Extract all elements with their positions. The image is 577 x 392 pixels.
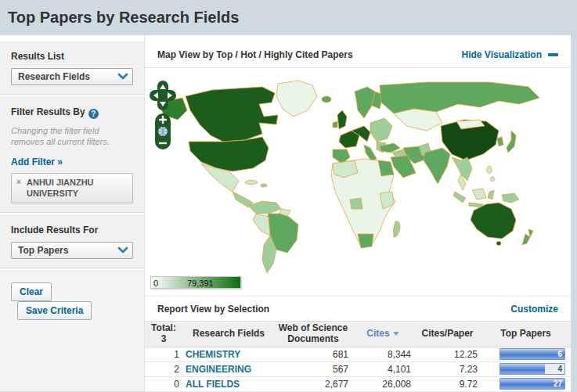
map-view: 0 79,391 <box>145 68 571 297</box>
country-philippines-south[interactable] <box>491 177 495 182</box>
right-margin <box>571 35 577 392</box>
hide-visualization[interactable]: Hide Visualization <box>462 49 558 60</box>
country-greenland[interactable] <box>276 81 317 117</box>
results-list-select[interactable]: Research Fields <box>11 68 133 85</box>
main-panel: Map View by Top / Hot / Highly Cited Pap… <box>145 35 571 392</box>
customize-link[interactable]: Customize <box>510 304 558 315</box>
report-title: Report View by Selection <box>157 304 269 315</box>
island-borneo[interactable] <box>472 189 486 200</box>
report-panel-header: Report View by Selection Customize <box>145 297 571 321</box>
cell-docs: 2,677 <box>275 376 352 391</box>
region-scandinavia[interactable] <box>355 87 375 118</box>
column-top-papers[interactable]: Top Papers <box>481 322 571 347</box>
table-row: 2 ENGINEERING 567 4,101 7.23 4 <box>145 361 571 376</box>
country-south-korea[interactable] <box>497 137 503 146</box>
cell-cites: 8,344 <box>352 347 414 361</box>
country-canada[interactable] <box>186 87 278 142</box>
total-header: Total: 3 <box>145 322 182 347</box>
table-header-row: Total: 3 Research Fields Web of Science … <box>145 322 571 347</box>
map-pan-control[interactable] <box>150 81 176 110</box>
country-ireland[interactable] <box>333 121 337 128</box>
active-filter-text: ANHUI JIANZHU UNIVERSITY <box>16 177 128 200</box>
country-hispaniola[interactable] <box>261 184 267 187</box>
include-results-select[interactable]: Top Papers <box>11 242 133 259</box>
cell-docs: 681 <box>275 347 352 361</box>
filter-section: Filter Results By? Changing the filter f… <box>0 97 144 213</box>
top-papers-bar: 6 <box>499 348 565 360</box>
country-new-zealand-south[interactable] <box>522 234 530 245</box>
top-papers-bar: 4 <box>499 363 565 375</box>
region-peru-bolivia[interactable] <box>253 214 270 236</box>
page-title: Top Papers by Research Fields <box>8 9 239 27</box>
map-panel-header: Map View by Top / Hot / Highly Cited Pap… <box>145 41 571 68</box>
map-zoom-control[interactable] <box>155 113 171 149</box>
cell-cites: 4,101 <box>352 361 414 376</box>
country-egypt[interactable] <box>378 160 394 176</box>
active-filter-chip: × ANHUI JIANZHU UNIVERSITY <box>11 173 133 204</box>
field-link-chemistry[interactable]: CHEMISTRY <box>186 349 240 360</box>
country-kazakhstan[interactable] <box>394 109 442 131</box>
table-row: 1 CHEMISTRY 681 8,344 12.25 6 <box>145 347 571 361</box>
field-link-all-fields[interactable]: ALL FIELDS <box>186 379 240 390</box>
region-colombia-venezuela[interactable] <box>248 201 281 214</box>
legend-max-value: 79,391 <box>187 278 214 289</box>
country-india[interactable] <box>424 148 450 184</box>
clear-button[interactable]: Clear <box>11 282 52 301</box>
include-results-label: Include Results For <box>11 225 133 236</box>
country-madagascar[interactable] <box>393 221 400 237</box>
add-filter-link[interactable]: Add Filter » <box>11 156 63 167</box>
collapse-minus-icon[interactable] <box>548 53 558 56</box>
island-tasmania[interactable] <box>496 242 501 246</box>
country-nigeria[interactable] <box>350 198 362 209</box>
country-papua-new-guinea[interactable] <box>502 193 519 203</box>
content: Results List Research Fields Filter Resu… <box>0 35 577 392</box>
region-eastern-europe[interactable] <box>370 118 392 142</box>
help-icon[interactable]: ? <box>88 109 99 119</box>
country-russia[interactable] <box>380 82 539 113</box>
country-usa[interactable] <box>189 137 269 171</box>
sidebar: Results List Research Fields Filter Resu… <box>0 35 145 392</box>
country-australia[interactable] <box>471 203 516 239</box>
cell-cites-per-paper: 9.72 <box>414 376 481 391</box>
country-new-zealand-north[interactable] <box>528 229 533 237</box>
row-rank: 2 <box>145 361 182 376</box>
results-list-selected-value: Research Fields <box>18 71 90 82</box>
island-sumatra[interactable] <box>453 192 466 203</box>
map-controls <box>150 81 176 149</box>
results-list-section: Results List Research Fields <box>0 41 144 95</box>
top-papers-bar: 27 <box>499 378 565 390</box>
top-papers-value: 4 <box>557 364 562 374</box>
top-papers-value: 27 <box>554 379 562 389</box>
cell-cites: 26,008 <box>352 376 414 391</box>
filter-note: Changing the filter field removes all cu… <box>11 125 133 148</box>
save-criteria-button[interactable]: Save Criteria <box>17 301 92 320</box>
column-cites-per-paper[interactable]: Cites/Paper <box>414 322 481 347</box>
country-japan[interactable] <box>507 131 516 153</box>
hide-visualization-link[interactable]: Hide Visualization <box>462 49 542 60</box>
results-list-label: Results List <box>11 51 133 62</box>
filter-label: Filter Results By? <box>11 106 133 119</box>
country-south-africa[interactable] <box>358 234 373 248</box>
row-rank: 0 <box>145 376 182 391</box>
country-cuba[interactable] <box>245 181 258 185</box>
column-cites-sorted[interactable]: Cites <box>352 322 414 347</box>
include-results-section: Include Results For Top Papers <box>0 215 144 268</box>
cell-cites-per-paper: 7.23 <box>414 361 481 376</box>
island-sulawesi[interactable] <box>488 190 494 200</box>
choropleth-legend: 0 79,391 <box>150 276 241 289</box>
column-wos-documents[interactable]: Web of Science Documents <box>275 322 352 347</box>
remove-filter-icon[interactable]: × <box>16 178 21 186</box>
cell-cites-per-paper: 12.25 <box>414 347 481 361</box>
include-results-selected-value: Top Papers <box>18 245 68 256</box>
chevron-down-icon <box>117 246 128 254</box>
country-philippines[interactable] <box>487 166 492 174</box>
top-papers-value: 6 <box>557 349 562 359</box>
country-iceland[interactable] <box>322 96 331 102</box>
cell-docs: 567 <box>275 361 352 376</box>
column-research-fields[interactable]: Research Fields <box>182 322 275 347</box>
country-uk[interactable] <box>337 110 347 129</box>
sort-descending-icon <box>393 332 399 336</box>
page-header: Top Papers by Research Fields <box>0 0 577 35</box>
world-map[interactable] <box>145 68 571 297</box>
field-link-engineering[interactable]: ENGINEERING <box>186 364 251 375</box>
